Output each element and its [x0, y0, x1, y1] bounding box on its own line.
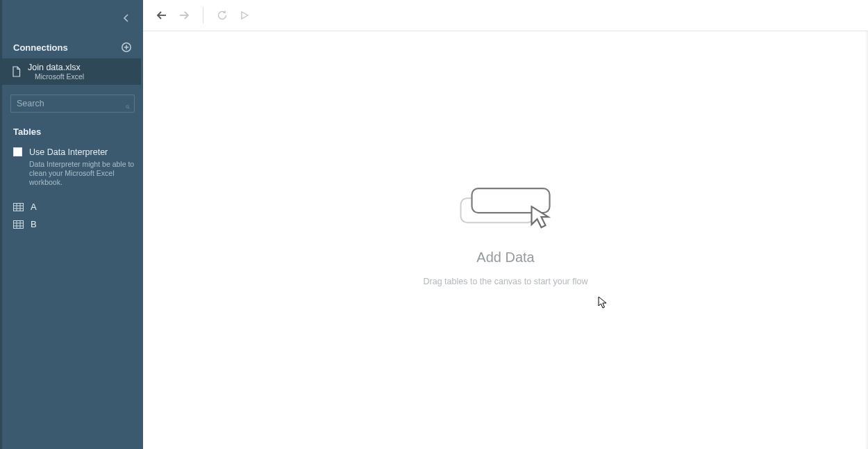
data-interpreter-block: Use Data Interpreter Data Interpreter mi… [2, 142, 143, 194]
connection-item-texts: Join data.xlsx Microsoft Excel [28, 63, 84, 81]
sidebar-collapse-row [2, 0, 143, 36]
drop-tables-illustration [457, 184, 554, 233]
back-button[interactable] [153, 6, 171, 24]
table-icon [13, 220, 24, 229]
svg-rect-10 [14, 220, 24, 228]
toolbar [143, 0, 868, 31]
file-icon [12, 66, 21, 77]
run-button[interactable] [235, 6, 253, 24]
connection-subtitle: Microsoft Excel [28, 72, 84, 81]
main: Add Data Drag tables to the canvas to st… [143, 0, 868, 449]
toolbar-divider [203, 7, 203, 24]
table-name: B [31, 219, 37, 229]
table-icon [13, 203, 24, 211]
connections-label: Connections [13, 42, 68, 53]
forward-button[interactable] [175, 6, 193, 24]
search-box[interactable] [10, 95, 135, 113]
data-interpreter-hint: Data Interpreter might be able to clean … [29, 160, 135, 187]
refresh-button[interactable] [213, 6, 231, 24]
table-row[interactable]: A [2, 198, 143, 215]
flow-canvas[interactable]: Add Data Drag tables to the canvas to st… [143, 31, 868, 449]
svg-rect-5 [14, 203, 24, 211]
connection-title: Join data.xlsx [28, 63, 84, 72]
collapse-sidebar-icon[interactable] [121, 13, 132, 24]
data-interpreter-checkbox[interactable] [13, 147, 22, 156]
data-interpreter-label: Use Data Interpreter [29, 147, 135, 158]
svg-line-4 [128, 108, 130, 109]
canvas-subtitle: Drag tables to the canvas to start your … [424, 277, 588, 286]
connections-header: Connections [2, 36, 143, 58]
search-input[interactable] [17, 99, 126, 108]
canvas-title: Add Data [476, 250, 534, 266]
tables-section-title: Tables [2, 120, 143, 142]
canvas-empty-state: Add Data Drag tables to the canvas to st… [424, 184, 588, 286]
add-connection-icon[interactable] [121, 42, 132, 53]
table-name: A [31, 202, 37, 212]
sidebar: Connections Join data.xlsx Microsoft Exc… [0, 0, 143, 449]
svg-point-3 [126, 106, 129, 108]
edge-shadow [865, 31, 868, 449]
svg-rect-19 [472, 188, 550, 213]
search-icon [126, 99, 130, 108]
connection-item[interactable]: Join data.xlsx Microsoft Excel [2, 58, 141, 85]
table-row[interactable]: B [2, 215, 143, 233]
search-wrap [2, 85, 143, 120]
table-list: A B [2, 194, 143, 237]
svg-marker-17 [242, 12, 248, 19]
mouse-cursor-icon [598, 296, 608, 309]
data-interpreter-labelcol: Use Data Interpreter Data Interpreter mi… [29, 147, 135, 187]
svg-marker-21 [599, 297, 606, 308]
